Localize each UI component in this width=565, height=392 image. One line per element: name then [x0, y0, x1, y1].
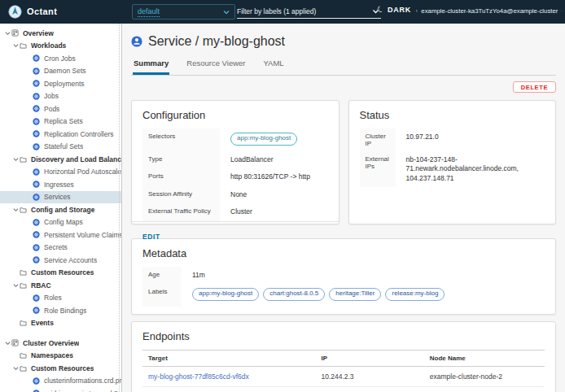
- page-header: Service / my-blog-ghost: [131, 34, 556, 49]
- tab-resource-viewer[interactable]: Resource Viewer: [186, 56, 246, 75]
- resource-icon: [33, 244, 40, 251]
- namespace-dropdown[interactable]: default: [132, 4, 235, 20]
- tab-yaml[interactable]: YAML: [262, 56, 284, 75]
- selector-chip[interactable]: app:my-blog-ghost: [230, 133, 297, 146]
- sidebar-item-label: Replication Controllers: [44, 130, 114, 138]
- folder-icon: [20, 207, 27, 213]
- sidebar-item-replication-controllers[interactable]: Replication Controllers: [0, 128, 121, 141]
- field-row-external-traffic-policy: External Traffic PolicyCluster: [142, 203, 328, 220]
- sidebar-item-label: Service Accounts: [44, 256, 97, 264]
- field-value: LoadBalancer: [220, 151, 328, 168]
- endpoint-target-link[interactable]: my-blog-ghost-77df85c6cd-vf6dx: [148, 372, 249, 381]
- sidebar-item-label: Config and Storage: [31, 206, 94, 214]
- sidebar-item-namespaces[interactable]: Namespaces: [0, 350, 121, 363]
- sidebar-item-label: RBAC: [31, 281, 51, 290]
- sidebar-item-pods[interactable]: Pods: [0, 102, 121, 115]
- sidebar-item-label: Cluster Overview: [23, 339, 79, 347]
- sidebar-item-secrets[interactable]: Secrets: [0, 242, 121, 255]
- theme-toggle[interactable]: ☾ DARK: [377, 6, 411, 14]
- app-header: Octant default Filter by labels (1 appli…: [0, 0, 565, 24]
- sidebar-item-workloads[interactable]: Workloads: [0, 40, 121, 53]
- resource-icon: [33, 130, 40, 137]
- sidebar-item-config-maps[interactable]: Config Maps: [0, 216, 121, 229]
- sidebar-item-csidrivers-csi-storage-k8s-io[interactable]: csidrivers.csi.storage.k8s.io: [0, 387, 121, 392]
- chevron-down-icon[interactable]: [3, 31, 11, 36]
- moon-icon: ☾: [376, 5, 386, 15]
- sidebar-item-label: Roles: [44, 294, 62, 302]
- sidebar-item-label: Custom Resources: [31, 364, 94, 372]
- tab-summary[interactable]: Summary: [133, 56, 169, 75]
- cell-node-name: example-cluster-node-2: [424, 367, 545, 387]
- sidebar-item-cron-jobs[interactable]: Cron Jobs: [0, 52, 121, 65]
- chevron-down-icon[interactable]: [11, 366, 20, 371]
- sidebar-item-events[interactable]: Events: [0, 317, 121, 330]
- status-rows: Cluster IP10.97.21.0External IPsnb-104-2…: [360, 128, 545, 187]
- sidebar-item-clusterinformations-crd-projec[interactable]: clusterinformations.crd.projec: [0, 375, 121, 388]
- metadata-title: Metadata: [142, 247, 545, 259]
- label-chip[interactable]: chart:ghost-8.0.5: [263, 288, 325, 301]
- sidebar-item-discovery-and-load-balancing[interactable]: Discovery and Load Balancing: [0, 153, 121, 166]
- sidebar-item-cluster-overview[interactable]: Cluster Overview: [0, 337, 121, 350]
- field-value: nb-104-237-148-71.newark.nodebalancer.li…: [396, 151, 545, 187]
- sidebar-item-rbac[interactable]: RBAC: [0, 279, 121, 292]
- field-row-external-ips: External IPsnb-104-237-148-71.newark.nod…: [360, 151, 545, 187]
- label-chip[interactable]: release:my-blog: [385, 288, 445, 301]
- sidebar-item-custom-resources[interactable]: Custom Resources: [0, 362, 121, 375]
- field-value: None: [220, 186, 328, 203]
- sidebar-item-service-accounts[interactable]: Service Accounts: [0, 254, 121, 267]
- sidebar-item-ingresses[interactable]: Ingresses: [0, 178, 121, 191]
- sidebar-item-custom-resources[interactable]: Custom Resources: [0, 267, 121, 280]
- label-filter-text: Filter by labels (1 applied): [237, 7, 316, 15]
- sidebar-item-label: Config Maps: [44, 218, 83, 226]
- label-chip[interactable]: app:my-blog-ghost: [192, 288, 259, 301]
- resource-icon: [33, 294, 40, 302]
- sidebar-item-role-bindings[interactable]: Role Bindings: [0, 304, 121, 317]
- resource-icon: [33, 377, 40, 385]
- sidebar-item-daemon-sets[interactable]: Daemon Sets: [0, 65, 121, 78]
- column-header-ip: IP: [315, 351, 423, 367]
- page-title: Service / my-blog-ghost: [148, 34, 285, 49]
- resource-icon: [33, 307, 40, 314]
- sidebar-item-jobs[interactable]: Jobs: [0, 90, 121, 103]
- chevron-down-icon[interactable]: [11, 207, 20, 212]
- chevron-down-icon[interactable]: [11, 43, 20, 48]
- field-label: Cluster IP: [360, 128, 396, 151]
- folder-icon: [20, 42, 27, 49]
- edit-button[interactable]: EDIT: [142, 233, 160, 241]
- sidebar-item-label: clusterinformations.crd.projec: [44, 377, 121, 385]
- sidebar-item-horizontal-pod-autoscalers[interactable]: Horizontal Pod Autoscalers: [0, 166, 121, 179]
- sidebar-item-label: Horizontal Pod Autoscalers: [44, 168, 121, 176]
- app-title: Octant: [27, 7, 57, 16]
- label-filter-input[interactable]: Filter by labels (1 applied): [237, 5, 381, 19]
- sidebar-item-deployments[interactable]: Deployments: [0, 77, 121, 90]
- field-value: 11m: [182, 267, 545, 284]
- sidebar-item-services[interactable]: Services: [0, 191, 121, 204]
- chevron-down-icon[interactable]: [3, 341, 11, 346]
- configuration-title: Configuration: [142, 109, 328, 121]
- sidebar-item-stateful-sets[interactable]: Stateful Sets: [0, 141, 121, 154]
- field-label: Ports: [142, 168, 220, 185]
- sidebar-item-persistent-volume-claims[interactable]: Persistent Volume Claims: [0, 229, 121, 242]
- cluster-selector[interactable]: example-cluster-ka3TuTzYo4a@example-clus…: [416, 7, 563, 15]
- sidebar-item-label: Deployments: [44, 80, 85, 88]
- sidebar-item-label: Secrets: [44, 243, 68, 251]
- sidebar-nav: OverviewWorkloadsCron JobsDaemon SetsDep…: [0, 24, 122, 392]
- sidebar-item-roles[interactable]: Roles: [0, 292, 121, 305]
- sidebar-item-replica-sets[interactable]: Replica Sets: [0, 115, 121, 128]
- endpoints-table: TargetIPNode Name my-blog-ghost-77df85c6…: [142, 350, 545, 387]
- sidebar-item-label: Persistent Volume Claims: [44, 231, 121, 239]
- cell-target: my-blog-ghost-77df85c6cd-vf6dx: [142, 367, 315, 387]
- sidebar-item-overview[interactable]: Overview: [0, 27, 121, 40]
- field-value: Cluster: [220, 203, 328, 220]
- chevron-down-icon[interactable]: [11, 283, 20, 288]
- sidebar-item-config-and-storage[interactable]: Config and Storage: [0, 203, 121, 216]
- label-chip[interactable]: heritage:Tiller: [329, 288, 381, 301]
- delete-button[interactable]: DELETE: [513, 81, 556, 93]
- sidebar-item-label: Discovery and Load Balancing: [31, 155, 121, 163]
- resource-icon: [33, 105, 40, 112]
- sidebar-item-label: Jobs: [44, 92, 59, 100]
- field-row-selectors: Selectorsapp:my-blog-ghost: [142, 128, 328, 151]
- resource-icon: [33, 118, 40, 125]
- chevron-down-icon[interactable]: [11, 157, 20, 162]
- field-row-type: TypeLoadBalancer: [142, 151, 328, 168]
